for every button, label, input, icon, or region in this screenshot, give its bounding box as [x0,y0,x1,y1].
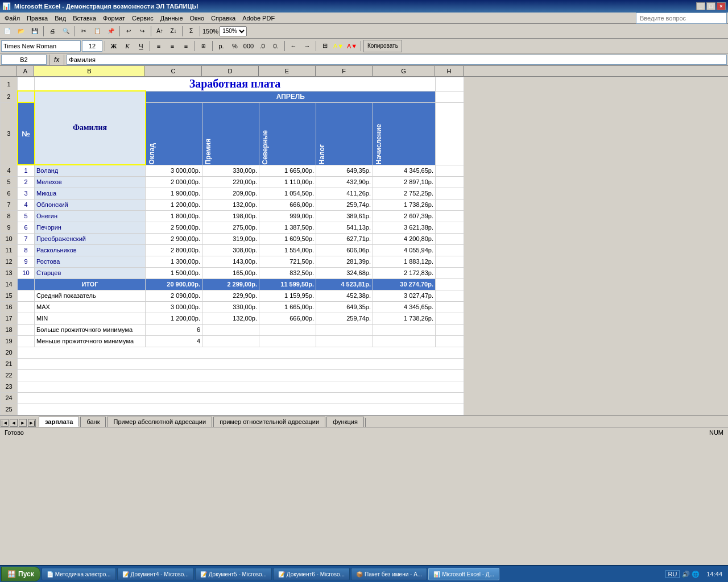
cell-stat-salary-17[interactable]: 1 200,00р. [146,313,202,324]
cell-h16[interactable] [436,301,464,313]
cell-stat-accrual-16[interactable]: 4 345,65р. [373,301,436,313]
cell-h2[interactable] [436,91,464,102]
paste-btn[interactable]: 📌 [105,25,117,38]
sort-desc-btn[interactable]: Z↓ [167,25,180,38]
cell-salary-9[interactable]: 2 500,00р. [146,222,202,233]
cell-stat-north-15[interactable]: 1 159,95р. [259,290,316,301]
cell-accrual-4[interactable]: 4 345,65р. [373,165,436,176]
rownum-19[interactable]: 19 [1,335,18,347]
restore-btn[interactable]: □ [706,2,715,10]
cell-total-label[interactable]: ИТОГ [35,278,146,290]
font-color-btn[interactable]: A▼ [346,40,358,52]
cell-23[interactable] [18,381,464,392]
cell-stat-val-18[interactable]: 6 [146,324,202,335]
cell-a17[interactable] [18,313,35,324]
start-button[interactable]: 🪟 Пуск [1,567,40,581]
cell-accrual-5[interactable]: 2 897,10р. [373,176,436,188]
cell-total-accrual[interactable]: 30 274,70р. [373,278,436,290]
rownum-24[interactable]: 24 [1,392,18,404]
new-btn[interactable]: 📄 [1,25,14,38]
help-box[interactable] [636,13,727,24]
cell-h4[interactable] [436,165,464,176]
cell-h17[interactable] [436,313,464,324]
cell-accrual-12[interactable]: 1 883,12р. [373,256,436,267]
align-right-btn[interactable]: ≡ [180,40,192,52]
cell-north-12[interactable]: 721,50р. [259,256,316,267]
cell-d18[interactable] [202,324,259,335]
menu-data[interactable]: Данные [157,14,187,23]
cell-stat-tax-16[interactable]: 649,35р. [316,301,373,313]
cell-h15[interactable] [436,290,464,301]
cell-salary-8[interactable]: 1 800,00р. [146,210,202,222]
sheet-tab-fn[interactable]: функция [326,417,364,427]
bold-btn[interactable]: Ж [107,40,120,52]
cell-north-6[interactable]: 1 054,50р. [259,188,316,199]
cell-stat-label-16[interactable]: MAX [35,301,146,313]
cell-name-8[interactable]: Онегин [35,210,146,222]
rownum-17[interactable]: 17 [1,313,18,324]
cell-no-10[interactable]: 7 [18,233,35,244]
cell-stat-tax-17[interactable]: 259,74р. [316,313,373,324]
cell-h13[interactable] [436,267,464,278]
cell-stat-north-16[interactable]: 1 665,00р. [259,301,316,313]
sheet-tab-zp[interactable]: зарплата [39,417,79,427]
cell-salary-6[interactable]: 1 900,00р. [146,188,202,199]
menu-help[interactable]: Справка [208,14,239,23]
cell-name-5[interactable]: Мелехов [35,176,146,188]
cell-bonus-header[interactable]: Премия [202,102,259,165]
cell-name-7[interactable]: Облонский [35,199,146,210]
cell-name-10[interactable]: Преображенский [35,233,146,244]
cell-name-11[interactable]: Раскольников [35,244,146,256]
decrease-decimal-btn[interactable]: 0. [270,40,282,52]
cell-bonus-12[interactable]: 143,00р. [202,256,259,267]
col-header-b[interactable]: B [34,66,145,76]
merge-btn[interactable]: ⊞ [197,40,210,52]
cell-total-tax[interactable]: 4 523,81р. [316,278,373,290]
taskbar-item-4[interactable]: 📦 Пакет без имени - А... [351,568,427,580]
cell-total-a14[interactable] [18,278,35,290]
cell-bonus-8[interactable]: 198,00р. [202,210,259,222]
cell-20[interactable] [18,347,464,358]
cell-bonus-5[interactable]: 220,00р. [202,176,259,188]
cell-no-4[interactable]: 1 [18,165,35,176]
cell-accrual-10[interactable]: 4 200,80р. [373,233,436,244]
cell-salary-header[interactable]: Оклад [146,102,202,165]
cell-bonus-10[interactable]: 319,00р. [202,233,259,244]
cell-h14[interactable] [436,278,464,290]
menu-insert[interactable]: Вставка [69,14,100,23]
cell-north-8[interactable]: 999,00р. [259,210,316,222]
cell-north-header[interactable]: Северные [259,102,316,165]
currency-btn[interactable]: р. [215,40,228,52]
cell-stat-tax-15[interactable]: 452,38р. [316,290,373,301]
cell-north-10[interactable]: 1 609,50р. [259,233,316,244]
taskbar-item-5[interactable]: 📊 Microsoft Excel - Д... [428,568,499,580]
cell-accrual-9[interactable]: 3 621,38р. [373,222,436,233]
menu-window[interactable]: Окно [187,14,208,23]
cell-tax-11[interactable]: 606,06р. [316,244,373,256]
cell-no-5[interactable]: 2 [18,176,35,188]
font-name-input[interactable] [1,40,81,52]
cell-stat-accrual-17[interactable]: 1 738,26р. [373,313,436,324]
cell-h5[interactable] [436,176,464,188]
rownum-11[interactable]: 11 [1,244,18,256]
cell-a16[interactable] [18,301,35,313]
cell-tax-5[interactable]: 432,90р. [316,176,373,188]
rownum-8[interactable]: 8 [1,210,18,222]
rownum-7[interactable]: 7 [1,199,18,210]
menu-pdf[interactable]: Adobe PDF [239,14,278,23]
close-btn[interactable]: × [717,2,726,10]
fill-color-btn[interactable]: A▼ [332,40,345,52]
autosum-btn[interactable]: Σ [185,25,197,38]
cell-no-13[interactable]: 10 [18,267,35,278]
menu-tools[interactable]: Сервис [129,14,157,23]
taskbar-item-2[interactable]: 📝 Документ5 - Microso... [195,568,272,580]
cell-bonus-11[interactable]: 308,00р. [202,244,259,256]
cell-22[interactable] [18,369,464,381]
rownum-16[interactable]: 16 [1,301,18,313]
cell-stat-label-19[interactable]: Меньше прожиточного минимума [35,335,146,347]
cell-stat-salary-15[interactable]: 2 090,00р. [146,290,202,301]
cell-bonus-13[interactable]: 165,00р. [202,267,259,278]
cell-accrual-7[interactable]: 1 738,26р. [373,199,436,210]
cell-h1[interactable] [436,77,464,92]
tab-next-btn[interactable]: ► [19,419,27,427]
